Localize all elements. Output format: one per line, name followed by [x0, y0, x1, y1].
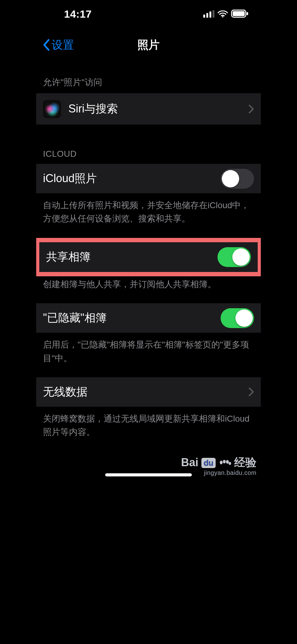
svg-rect-2 — [209, 11, 211, 18]
siri-icon — [43, 100, 61, 118]
row-siri-search[interactable]: Siri与搜索 — [36, 93, 261, 125]
wireless-data-footer: 关闭蜂窝数据，通过无线局域网更新共享相簿和iCloud照片等内容。 — [36, 407, 261, 439]
home-indicator[interactable] — [105, 473, 192, 476]
chevron-right-icon — [248, 387, 254, 396]
highlight-shared-albums: 共享相簿 — [36, 238, 261, 276]
battery-icon — [231, 8, 248, 20]
back-button[interactable]: 设置 — [42, 37, 74, 53]
svg-rect-0 — [203, 15, 205, 18]
watermark-brand-b: du — [201, 458, 216, 468]
row-wireless-data[interactable]: 无线数据 — [36, 377, 261, 407]
watermark-brand-a: Bai — [181, 457, 198, 468]
svg-rect-6 — [233, 11, 245, 16]
cellular-icon — [203, 8, 214, 20]
svg-rect-7 — [247, 12, 248, 15]
shared-albums-label: 共享相簿 — [46, 249, 91, 265]
chevron-left-icon — [42, 39, 50, 51]
status-time: 14:17 — [64, 8, 92, 20]
status-right — [203, 8, 248, 20]
svg-point-4 — [222, 16, 223, 17]
hidden-album-label: "已隐藏"相簿 — [43, 310, 107, 326]
phone-screen: 14:17 设置 照片 允许"照片"访问 Siri与搜索 — [36, 0, 261, 482]
navigation-bar: 设置 照片 — [36, 29, 261, 60]
svg-rect-3 — [213, 10, 214, 18]
chevron-right-icon — [248, 104, 254, 114]
icloud-photos-label: iCloud照片 — [43, 171, 97, 186]
row-hidden-album: "已隐藏"相簿 — [36, 303, 261, 333]
svg-point-9 — [223, 460, 226, 463]
section-header-allow-access: 允许"照片"访问 — [36, 60, 261, 93]
shared-albums-toggle[interactable] — [217, 247, 251, 267]
status-bar: 14:17 — [36, 0, 261, 20]
wifi-icon — [217, 8, 228, 20]
watermark: Bai du 经验 jingyan.baidu.com — [181, 457, 256, 476]
row-shared-albums: 共享相簿 — [39, 242, 258, 272]
shared-albums-footer: 创建相簿与他人共享，并订阅他人共享相簿。 — [36, 276, 261, 291]
watermark-url: jingyan.baidu.com — [181, 469, 256, 476]
svg-rect-1 — [206, 13, 208, 18]
paw-icon — [219, 460, 231, 468]
icloud-photos-toggle[interactable] — [221, 169, 254, 189]
watermark-brand-c: 经验 — [234, 457, 256, 468]
wireless-data-label: 无线数据 — [43, 384, 88, 400]
hidden-album-footer: 启用后，"已隐藏"相簿将显示在"相簿"标签页的"更多项目"中。 — [36, 333, 261, 365]
row-siri-label: Siri与搜索 — [68, 101, 118, 116]
svg-point-11 — [229, 462, 231, 465]
back-label: 设置 — [52, 37, 74, 53]
hidden-album-toggle[interactable] — [221, 308, 254, 328]
svg-point-10 — [226, 460, 229, 464]
row-icloud-photos: iCloud照片 — [36, 164, 261, 194]
section-header-icloud: ICLOUD — [36, 125, 261, 164]
svg-point-8 — [220, 461, 223, 464]
icloud-photos-footer: 自动上传所有照片和视频，并安全地储存在iCloud中，方便您从任何设备浏览、搜索… — [36, 194, 261, 226]
